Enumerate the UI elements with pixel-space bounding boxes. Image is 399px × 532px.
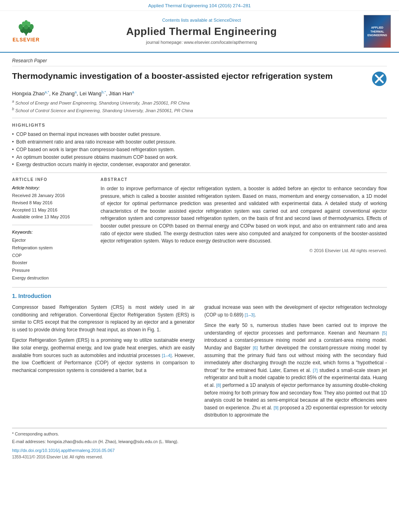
- journal-cover-area: APPLIEDTHERMALENGINEERING: [359, 15, 391, 48]
- elsevier-wordmark: ELSEVIER: [12, 37, 39, 43]
- cite-5: [5]: [382, 331, 387, 335]
- separator-keywords: [12, 225, 93, 225]
- highlights-label: HIGHLIGHTS: [12, 122, 387, 128]
- contents-available-line: Contents lists available at ScienceDirec…: [44, 17, 359, 23]
- copyright: © 2016 Elsevier Ltd. All rights reserved…: [101, 247, 387, 254]
- accepted-date: Accepted 11 May 2016: [12, 207, 93, 214]
- intro-para-1: Compressor based Refrigeration System (C…: [12, 304, 195, 333]
- cover-text-1: APPLIEDTHERMALENGINEERING: [367, 26, 387, 37]
- emails: hongxia.zhao@sdu.edu.cn (H. Zhao), leiwa…: [47, 439, 179, 444]
- journal-header: ELSEVIER Contents lists available at Sci…: [0, 11, 399, 53]
- email-label: E-mail addresses:: [12, 439, 46, 444]
- cite-1-4: [1–4]: [162, 353, 171, 358]
- article-title-area: Thermodynamic investigation of a booster…: [12, 70, 387, 86]
- journal-header-center: Contents lists available at ScienceDirec…: [44, 17, 359, 46]
- footnote-area: * Corresponding authors. E-mail addresse…: [12, 428, 387, 460]
- sciencedirect-link[interactable]: ScienceDirect: [214, 18, 241, 23]
- affiliation-b: b School of Control Science and Engineer…: [12, 107, 387, 114]
- top-bar: Applied Thermal Engineering 104 (2016) 2…: [0, 0, 399, 11]
- intro-para-3: gradual increase was seen with the devel…: [204, 304, 387, 318]
- keyword-1: Ejector: [12, 236, 93, 244]
- intro-left-col: Compressor based Refrigeration System (C…: [12, 304, 195, 422]
- article-type: Research Paper: [12, 58, 387, 66]
- article-history: Article history: Received 28 January 201…: [12, 185, 93, 221]
- issn-line: 1359-4311/© 2016 Elsevier Ltd. All right…: [12, 454, 387, 460]
- cite-7: [7]: [313, 368, 318, 373]
- abstract-label: ABSTRACT: [101, 177, 387, 183]
- highlight-2: Both entrainment ratio and area ratio in…: [12, 138, 387, 146]
- keywords-section: Keywords: Ejector Refrigeration system C…: [12, 229, 93, 282]
- highlight-5: Exergy destruction occurs mainly in ejec…: [12, 161, 387, 168]
- authors-line: Hongxia Zhaoa,*, Ke Zhanga, Lei Wangb,*,…: [12, 90, 387, 98]
- journal-homepage: journal homepage: www.elsevier.com/locat…: [44, 39, 359, 45]
- intro-para-2: Ejector Refrigeration System (ERS) is a …: [12, 337, 195, 374]
- doi-link[interactable]: http://dx.doi.org/10.1016/j.applthermale…: [12, 447, 387, 454]
- highlight-1: COP based on thermal input increases wit…: [12, 131, 387, 138]
- journal-title: Applied Thermal Engineering: [44, 24, 359, 39]
- journal-reference: Applied Thermal Engineering 104 (2016) 2…: [148, 3, 251, 8]
- separator-2: [12, 173, 387, 173]
- article-info-abstract: ARTICLE INFO Article history: Received 2…: [12, 177, 387, 281]
- keyword-2: Refrigeration system: [12, 244, 93, 252]
- section-divider: [12, 287, 387, 288]
- author-1: Hongxia Zhaoa,*, Ke Zhanga, Lei Wangb,*,…: [12, 90, 134, 97]
- cite-6: [6]: [253, 345, 258, 350]
- revised-date: Revised 8 May 2016: [12, 199, 93, 207]
- intro-right-col: gradual increase was seen with the devel…: [204, 304, 387, 422]
- contents-label: Contents lists available at: [162, 18, 212, 23]
- keyword-3: COP: [12, 252, 93, 259]
- separator-1: [12, 118, 387, 118]
- cite-8: [8]: [216, 383, 221, 388]
- main-content: Research Paper Thermodynamic investigati…: [0, 53, 399, 468]
- intro-heading: 1. Introduction: [12, 292, 387, 300]
- intro-body: Compressor based Refrigeration System (C…: [12, 304, 387, 422]
- article-info-col: ARTICLE INFO Article history: Received 2…: [12, 177, 93, 281]
- highlights-section: HIGHLIGHTS COP based on thermal input in…: [12, 122, 387, 168]
- svg-point-9: [25, 20, 28, 25]
- affiliations: a School of Energy and Power Engineering…: [12, 99, 387, 113]
- highlights-list: COP based on thermal input increases wit…: [12, 131, 387, 168]
- affiliation-a: a School of Energy and Power Engineering…: [12, 99, 387, 106]
- journal-cover-image: APPLIEDTHERMALENGINEERING: [364, 15, 391, 48]
- keywords-list: Ejector Refrigeration system COP Booster…: [12, 236, 93, 281]
- article-info-label: ARTICLE INFO: [12, 177, 93, 183]
- abstract-col: ABSTRACT In order to improve performance…: [101, 177, 387, 281]
- email-note: E-mail addresses: hongxia.zhao@sdu.edu.c…: [12, 438, 387, 445]
- history-title: Article history:: [12, 185, 93, 191]
- abstract-text: In order to improve performance of eject…: [101, 185, 387, 254]
- keyword-4: Booster: [12, 259, 93, 267]
- keyword-6: Exergy destruction: [12, 274, 93, 282]
- introduction-section: 1. Introduction Compressor based Refrige…: [12, 292, 387, 422]
- keyword-5: Pressure: [12, 267, 93, 274]
- highlight-4: An optimum booster outlet pressure obtai…: [12, 154, 387, 161]
- highlight-3: COP based on work is larger than compres…: [12, 146, 387, 154]
- intro-para-4: Since the early 50 s, numerous studies h…: [204, 322, 387, 419]
- received-date: Received 28 January 2016: [12, 192, 93, 199]
- cite-1-3: [1–3]: [245, 312, 255, 317]
- elsevier-logo: ELSEVIER: [8, 19, 44, 43]
- cite-9: [9]: [274, 405, 278, 410]
- available-online-date: Available online 13 May 2016: [12, 214, 93, 221]
- keywords-title: Keywords:: [12, 229, 93, 235]
- article-title: Thermodynamic investigation of a booster…: [12, 70, 372, 81]
- crossmark-badge: [372, 71, 387, 86]
- corresponding-note: * Corresponding authors.: [12, 431, 387, 438]
